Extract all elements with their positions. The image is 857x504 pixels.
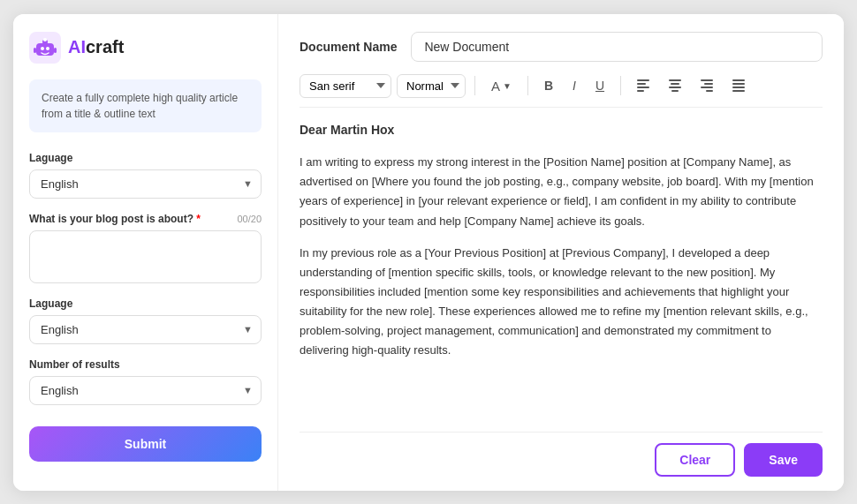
logo-icon	[29, 32, 61, 64]
results-label: Number of results	[29, 358, 262, 371]
svg-point-5	[43, 38, 47, 41]
align-center-button[interactable]	[662, 75, 688, 96]
submit-button[interactable]: Submit	[29, 426, 262, 462]
action-row: Clear Save	[300, 432, 823, 477]
language-select-2-wrapper: English Spanish French ▼	[29, 315, 262, 344]
svg-rect-20	[732, 79, 745, 81]
toolbar-separator-2	[527, 76, 528, 95]
doc-name-label: Document Name	[300, 40, 397, 54]
svg-rect-2	[41, 47, 44, 50]
results-select[interactable]: English 1 2 3	[29, 376, 262, 405]
save-button[interactable]: Save	[744, 443, 823, 477]
svg-rect-21	[732, 83, 745, 85]
language-select-2[interactable]: English Spanish French	[29, 315, 262, 344]
svg-rect-16	[701, 79, 713, 81]
svg-rect-3	[46, 47, 49, 50]
right-panel: Document Name San serif Serif Monospace …	[278, 14, 844, 491]
svg-rect-7	[54, 48, 57, 53]
blog-label-row: What is your blog post is about? * 00/20	[29, 213, 262, 225]
editor-paragraph-2: In my previous role as a [Your Previous …	[300, 244, 823, 361]
toolbar: San serif Serif Monospace Normal Large S…	[300, 74, 823, 108]
align-center-icon	[669, 79, 681, 92]
svg-rect-12	[669, 79, 681, 81]
blog-label: What is your blog post is about? *	[29, 213, 201, 225]
svg-rect-19	[706, 90, 713, 92]
svg-rect-13	[671, 83, 679, 85]
svg-rect-15	[671, 90, 679, 92]
toolbar-separator-3	[620, 76, 621, 95]
svg-rect-22	[732, 87, 745, 88]
font-family-select[interactable]: San serif Serif Monospace	[300, 74, 391, 98]
align-justify-button[interactable]	[725, 75, 752, 96]
font-size-icon: A	[491, 79, 500, 94]
font-size-button[interactable]: A ▼	[484, 74, 519, 98]
font-size-select[interactable]: Normal Large Small H1 H2	[397, 74, 466, 98]
editor-greeting: Dear Martin Hox	[300, 120, 823, 141]
logo-area: AIcraft	[29, 32, 262, 64]
doc-name-row: Document Name	[300, 32, 823, 62]
blog-textarea[interactable]	[29, 230, 262, 283]
clear-button[interactable]: Clear	[655, 443, 735, 477]
editor-area[interactable]: Dear Martin Hox I am writing to express …	[300, 120, 823, 432]
align-right-icon	[701, 79, 713, 92]
font-size-chevron: ▼	[503, 81, 512, 91]
editor-paragraph-1: I am writing to express my strong intere…	[300, 153, 823, 230]
svg-rect-6	[34, 48, 36, 53]
italic-button[interactable]: I	[565, 74, 583, 97]
results-select-wrapper: English 1 2 3 ▼	[29, 376, 262, 405]
align-right-button[interactable]	[694, 75, 720, 96]
info-box: Create a fully complete high quality art…	[29, 79, 262, 132]
language-select-1[interactable]: English Spanish French	[29, 169, 262, 199]
language-label-2: Laguage	[29, 297, 262, 310]
svg-rect-23	[732, 90, 745, 92]
svg-rect-11	[637, 90, 644, 92]
logo-text: AIcraft	[68, 37, 124, 57]
left-panel: AIcraft Create a fully complete high qua…	[13, 14, 278, 491]
required-marker: *	[193, 213, 201, 225]
svg-rect-18	[701, 87, 713, 88]
language-select-1-wrapper: English Spanish French ▼	[29, 169, 262, 199]
svg-rect-9	[637, 83, 646, 85]
language-label-1: Laguage	[29, 152, 262, 164]
char-count: 00/20	[237, 214, 262, 224]
svg-rect-10	[637, 87, 649, 88]
svg-rect-14	[669, 87, 681, 88]
doc-name-input[interactable]	[411, 32, 823, 62]
bold-button[interactable]: B	[537, 74, 560, 97]
align-justify-icon	[732, 79, 745, 92]
underline-button[interactable]: U	[588, 74, 611, 97]
toolbar-separator-1	[474, 76, 475, 95]
align-left-button[interactable]	[630, 75, 656, 96]
app-container: AIcraft Create a fully complete high qua…	[13, 14, 844, 491]
svg-rect-17	[704, 83, 713, 85]
svg-rect-8	[637, 79, 649, 81]
align-left-icon	[637, 79, 649, 92]
